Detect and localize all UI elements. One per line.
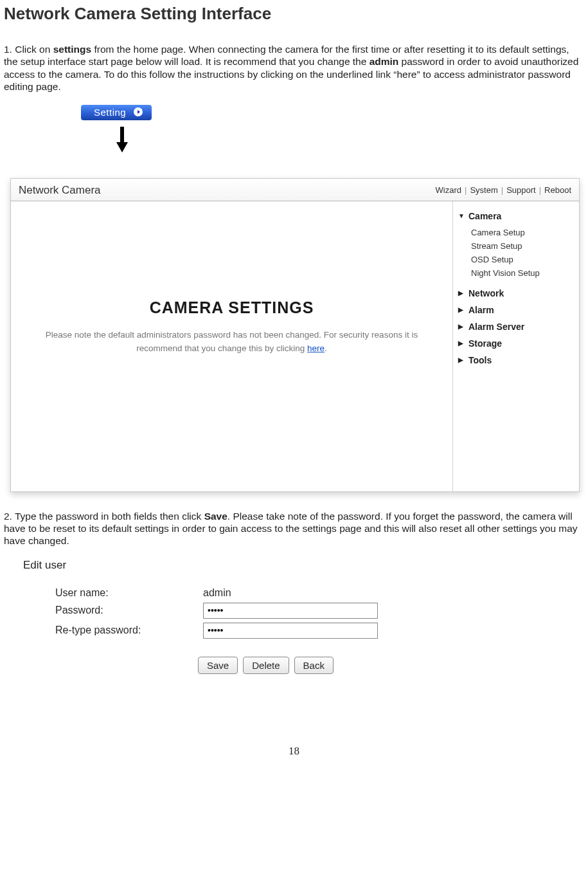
- caret-right-icon: ▶: [458, 289, 465, 296]
- panel-nav: Wizard|System|Support|Reboot: [436, 185, 571, 195]
- sidebar-group-tools[interactable]: ▶Tools: [457, 352, 575, 369]
- sidebar: ▼ Camera Camera Setup Stream Setup OSD S…: [452, 201, 579, 491]
- edit-user-title: Edit user: [23, 559, 434, 572]
- para1-bold-admin: admin: [370, 56, 399, 67]
- sidebar-item-stream-setup[interactable]: Stream Setup: [471, 239, 575, 253]
- para1-text-a: 1. Click on: [4, 44, 53, 55]
- delete-button[interactable]: Delete: [243, 657, 289, 674]
- sidebar-group-tools-label: Tools: [468, 355, 492, 365]
- sidebar-item-osd-setup[interactable]: OSD Setup: [471, 253, 575, 266]
- msg-text-b: .: [325, 343, 327, 353]
- para2-bold-save: Save: [204, 511, 227, 522]
- sidebar-group-alarm-label: Alarm: [468, 305, 494, 315]
- setting-button[interactable]: Setting: [81, 105, 152, 120]
- caret-right-icon: ▶: [458, 306, 465, 313]
- paragraph-1: 1. Click on settings from the home page.…: [4, 43, 584, 93]
- nav-wizard[interactable]: Wizard: [436, 185, 461, 195]
- sidebar-group-camera-label: Camera: [468, 211, 501, 221]
- caret-down-icon: ▼: [458, 212, 465, 219]
- sidebar-item-camera-setup[interactable]: Camera Setup: [471, 226, 575, 239]
- camera-settings-screenshot: Network Camera Wizard|System|Support|Reb…: [10, 178, 580, 492]
- para1-bold-settings: settings: [53, 44, 91, 55]
- save-button[interactable]: Save: [198, 657, 238, 674]
- retype-password-field[interactable]: [203, 623, 378, 639]
- edit-user-panel: Edit user User name: admin Password: Re-…: [23, 559, 434, 674]
- svg-rect-0: [120, 127, 124, 143]
- password-field[interactable]: [203, 603, 378, 619]
- caret-right-icon: ▶: [458, 323, 465, 330]
- username-label: User name:: [55, 587, 203, 599]
- page-title: Network Camera Setting Interface: [4, 4, 584, 24]
- password-label: Password:: [55, 605, 203, 616]
- nav-reboot[interactable]: Reboot: [544, 185, 571, 195]
- arrow-right-icon: [134, 107, 143, 116]
- sidebar-group-network-label: Network: [468, 288, 504, 298]
- down-arrow-icon: [116, 127, 584, 152]
- paragraph-2: 2. Type the password in both fields then…: [4, 510, 584, 547]
- sidebar-group-storage[interactable]: ▶Storage: [457, 335, 575, 352]
- nav-system[interactable]: System: [470, 185, 497, 195]
- caret-right-icon: ▶: [458, 356, 465, 363]
- sidebar-group-network[interactable]: ▶Network: [457, 285, 575, 302]
- username-value: admin: [203, 587, 231, 599]
- back-button[interactable]: Back: [294, 657, 334, 674]
- camera-settings-heading: CAMERA SETTINGS: [150, 298, 314, 317]
- sidebar-group-camera[interactable]: ▼ Camera: [457, 208, 575, 224]
- page-number: 18: [4, 745, 584, 758]
- here-link[interactable]: here: [307, 343, 325, 353]
- nav-support[interactable]: Support: [506, 185, 536, 195]
- sidebar-group-storage-label: Storage: [468, 338, 502, 349]
- msg-text-a: Please note the default administrators p…: [46, 330, 418, 353]
- sidebar-group-alarm-server[interactable]: ▶Alarm Server: [457, 318, 575, 335]
- caret-right-icon: ▶: [458, 340, 465, 347]
- camera-settings-message: Please note the default administrators p…: [37, 329, 427, 356]
- retype-password-label: Re-type password:: [55, 625, 203, 636]
- para2-text-a: 2. Type the password in both fields then…: [4, 511, 204, 522]
- svg-marker-1: [116, 142, 128, 152]
- panel-title: Network Camera: [19, 184, 101, 197]
- sidebar-group-alarm[interactable]: ▶Alarm: [457, 302, 575, 318]
- sidebar-item-night-vision-setup[interactable]: Night Vision Setup: [471, 266, 575, 280]
- sidebar-group-alarm-server-label: Alarm Server: [468, 322, 524, 332]
- setting-button-label: Setting: [94, 107, 126, 118]
